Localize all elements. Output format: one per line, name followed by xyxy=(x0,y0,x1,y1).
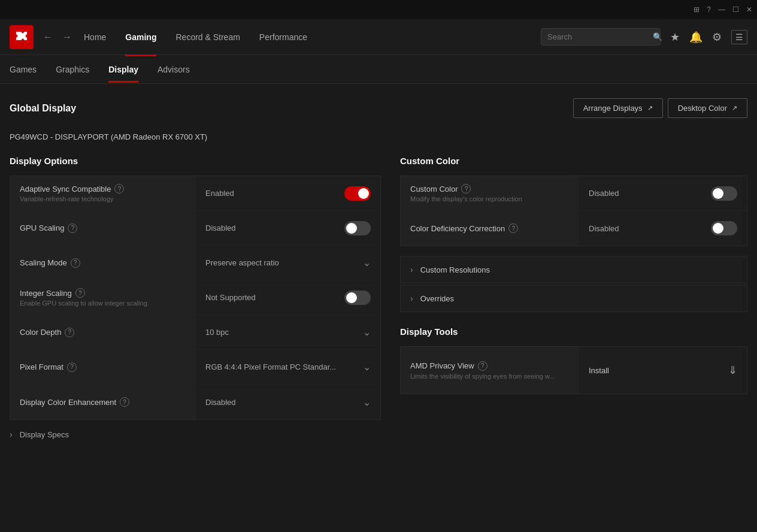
scaling-mode-label-col: Scaling Mode ? xyxy=(10,246,196,280)
color-deficiency-toggle[interactable] xyxy=(711,221,737,235)
amd-privacy-view-value-col: Install ⇓ xyxy=(579,347,747,394)
overrides-expand-icon: › xyxy=(410,294,413,303)
adaptive-sync-value-col: Enabled xyxy=(196,176,380,210)
custom-resolutions-expand-icon: › xyxy=(410,265,413,274)
back-button[interactable]: ← xyxy=(41,29,55,45)
color-depth-value: 10 bpc xyxy=(205,328,229,337)
notifications-icon[interactable]: 🔔 xyxy=(689,31,703,44)
subnav-item-advisors[interactable]: Advisors xyxy=(158,56,190,83)
integer-scaling-toggle[interactable] xyxy=(344,291,371,305)
nav-item-gaming[interactable]: Gaming xyxy=(125,30,156,44)
scaling-mode-help-icon[interactable]: ? xyxy=(71,258,80,268)
scaling-mode-row: Scaling Mode ? Preserve aspect ratio ⌄ xyxy=(10,246,380,280)
scaling-mode-value-col: Preserve aspect ratio ⌄ xyxy=(196,246,380,280)
gpu-scaling-help-icon[interactable]: ? xyxy=(68,223,77,233)
color-deficiency-help-icon[interactable]: ? xyxy=(508,223,518,233)
forward-button[interactable]: → xyxy=(60,29,74,45)
color-deficiency-value-col: Disabled xyxy=(579,211,747,246)
search-icon: 🔍 xyxy=(653,32,662,41)
custom-color-label-col: Custom Color ? Modify the display's colo… xyxy=(401,176,579,210)
gpu-scaling-toggle[interactable] xyxy=(344,221,371,235)
custom-color-label: Custom Color ? xyxy=(410,184,570,194)
adaptive-sync-row: Adaptive Sync Compatible ? Variable-refr… xyxy=(10,176,380,211)
nav-right: 🔍 ★ 🔔 ⚙ ☰ xyxy=(541,28,747,46)
overrides-row[interactable]: › Overrides xyxy=(400,285,747,312)
scaling-mode-value: Preserve aspect ratio xyxy=(205,258,279,267)
search-box[interactable]: 🔍 xyxy=(541,28,661,46)
gpu-scaling-label: GPU Scaling ? xyxy=(20,223,186,233)
external-link-icon-2: ↗ xyxy=(732,104,737,112)
amd-privacy-view-help-icon[interactable]: ? xyxy=(478,361,487,371)
color-deficiency-value: Disabled xyxy=(589,224,619,233)
subnav-item-graphics[interactable]: Graphics xyxy=(56,56,89,83)
titlebar-minimize-icon[interactable]: — xyxy=(718,5,725,14)
custom-color-sublabel: Modify the display's color reproduction xyxy=(410,195,570,202)
display-color-enhancement-label: Display Color Enhancement ? xyxy=(20,397,186,407)
amd-logo xyxy=(10,25,34,49)
titlebar: ⊞ ? — ☐ ✕ xyxy=(0,0,757,19)
gpu-scaling-label-col: GPU Scaling ? xyxy=(10,211,196,245)
integer-scaling-label: Integer Scaling ? xyxy=(20,288,186,298)
display-specs-row[interactable]: › Display Specs xyxy=(10,421,747,448)
top-navigation: ← → Home Gaming Record & Stream Performa… xyxy=(0,19,757,55)
color-depth-chevron[interactable]: ⌄ xyxy=(363,327,371,338)
nav-item-record[interactable]: Record & Stream xyxy=(175,30,240,44)
titlebar-grid-icon[interactable]: ⊞ xyxy=(694,5,700,14)
adaptive-sync-value: Enabled xyxy=(205,189,234,198)
search-input[interactable] xyxy=(547,32,648,41)
display-options-group: Adaptive Sync Compatible ? Variable-refr… xyxy=(10,176,381,420)
desktop-color-label: Desktop Color xyxy=(678,104,727,113)
nav-item-performance[interactable]: Performance xyxy=(259,30,307,44)
display-color-enhancement-row: Display Color Enhancement ? Disabled ⌄ xyxy=(10,385,380,419)
custom-resolutions-row[interactable]: › Custom Resolutions xyxy=(400,256,747,283)
titlebar-help-icon[interactable]: ? xyxy=(707,5,711,14)
custom-color-value-col: Disabled xyxy=(579,176,747,210)
scaling-mode-chevron[interactable]: ⌄ xyxy=(363,257,371,268)
color-depth-help-icon[interactable]: ? xyxy=(65,328,74,337)
sub-navigation: Games Graphics Display Advisors xyxy=(0,55,757,84)
external-link-icon: ↗ xyxy=(647,104,653,112)
custom-color-value: Disabled xyxy=(589,189,619,198)
favorites-icon[interactable]: ★ xyxy=(670,31,680,44)
adaptive-sync-help-icon[interactable]: ? xyxy=(114,184,124,194)
custom-color-title: Custom Color xyxy=(400,156,747,166)
display-color-enhancement-value-col: Disabled ⌄ xyxy=(196,385,380,419)
overrides-label: Overrides xyxy=(420,294,454,303)
adaptive-sync-label: Adaptive Sync Compatible ? xyxy=(20,184,186,194)
display-specs-expand-icon: › xyxy=(10,430,13,439)
download-icon[interactable]: ⇓ xyxy=(728,364,737,377)
custom-color-section: Custom Color Custom Color ? Modify the d… xyxy=(400,156,747,246)
display-specs-label: Display Specs xyxy=(20,430,69,439)
right-column: Custom Color Custom Color ? Modify the d… xyxy=(400,156,747,421)
subnav-item-games[interactable]: Games xyxy=(10,56,37,83)
amd-privacy-view-row: AMD Privacy View ? Limits the visibility… xyxy=(400,346,747,394)
custom-color-row: Custom Color ? Modify the display's colo… xyxy=(401,176,747,211)
main-nav-items: Home Gaming Record & Stream Performance xyxy=(84,30,541,44)
monitor-label: PG49WCD - DISPLAYPORT (AMD Radeon RX 670… xyxy=(10,132,747,141)
custom-color-help-icon[interactable]: ? xyxy=(461,184,471,194)
profile-icon[interactable]: ☰ xyxy=(731,30,747,44)
arrange-displays-label: Arrange Displays xyxy=(583,104,643,113)
pixel-format-row: Pixel Format ? RGB 4:4:4 Pixel Format PC… xyxy=(10,350,380,385)
display-color-enhancement-chevron[interactable]: ⌄ xyxy=(363,397,371,408)
settings-icon[interactable]: ⚙ xyxy=(712,31,722,44)
nav-item-home[interactable]: Home xyxy=(84,30,106,44)
titlebar-close-icon[interactable]: ✕ xyxy=(746,5,752,14)
arrange-displays-button[interactable]: Arrange Displays ↗ xyxy=(573,98,663,118)
titlebar-maximize-icon[interactable]: ☐ xyxy=(732,5,739,14)
display-tools-section: Display Tools AMD Privacy View ? Limits … xyxy=(400,327,747,394)
integer-scaling-help-icon[interactable]: ? xyxy=(75,288,85,298)
pixel-format-chevron[interactable]: ⌄ xyxy=(363,361,371,373)
adaptive-sync-toggle[interactable] xyxy=(344,186,371,201)
desktop-color-button[interactable]: Desktop Color ↗ xyxy=(668,98,747,118)
adaptive-sync-sublabel: Variable-refresh-rate technology xyxy=(20,195,186,202)
display-color-enhancement-help-icon[interactable]: ? xyxy=(120,397,129,407)
pixel-format-help-icon[interactable]: ? xyxy=(67,362,77,372)
display-color-enhancement-value: Disabled xyxy=(205,398,236,407)
integer-scaling-row: Integer Scaling ? Enable GPU scaling to … xyxy=(10,280,380,315)
custom-color-toggle[interactable] xyxy=(711,186,737,201)
pixel-format-value-col: RGB 4:4:4 Pixel Format PC Standar... ⌄ xyxy=(196,350,380,384)
subnav-item-display[interactable]: Display xyxy=(108,56,138,83)
pixel-format-label: Pixel Format ? xyxy=(20,362,186,372)
main-content: Global Display Arrange Displays ↗ Deskto… xyxy=(0,84,757,462)
